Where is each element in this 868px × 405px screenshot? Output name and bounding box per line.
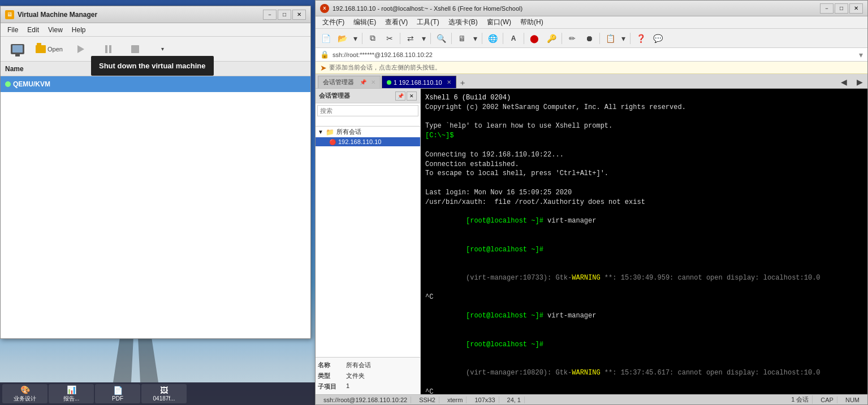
session-tab-close[interactable]: ✕	[371, 79, 375, 85]
xs-open-btn[interactable]: 📂	[334, 31, 350, 46]
term-line-3: Type `help' to learn how to use Xshell p…	[425, 121, 863, 131]
xs-copy-btn[interactable]: ⧉	[365, 31, 381, 46]
play-button[interactable]	[68, 39, 93, 59]
addr-text: ssh://root:******@192.168.110.10:22	[332, 51, 856, 58]
prop-type-row: 类型 文件夹	[318, 371, 418, 381]
open-button[interactable]: Open	[32, 39, 66, 59]
session-manager-tab[interactable]: 会话管理器 📌 ✕	[318, 76, 381, 88]
vmm-menu-help[interactable]: Help	[67, 25, 90, 35]
term-line-0: Xshell 6 (Build 0204)	[425, 93, 863, 103]
vmm-window: 🖥 Virtual Machine Manager － □ ✕ File Edi…	[0, 6, 311, 339]
xs-find-btn[interactable]: 🔍	[433, 31, 449, 46]
term-line-6: Connecting to 192.168.110.10:22...	[425, 150, 863, 160]
xshell-minimize-button[interactable]: －	[820, 3, 834, 14]
terminal-area[interactable]: Xshell 6 (Build 0204) Copyright (c) 2002…	[421, 89, 867, 394]
status-num: NUM	[842, 397, 863, 403]
taskbar-item-2[interactable]: 📄 PDF	[95, 384, 140, 403]
open-button-label: Open	[47, 46, 63, 53]
taskbar-label-2: PDF	[112, 395, 123, 402]
vmm-minimize-button[interactable]: －	[263, 10, 277, 20]
main-terminal-tab[interactable]: 1 192.168.110.10 ✕	[382, 76, 456, 88]
cmd-16: virt-manager	[547, 312, 596, 320]
term-line-18: (virt-manager:10820): Gtk-WARNING **: 15…	[425, 359, 863, 387]
xs-cut-btn[interactable]: ✂	[382, 31, 398, 46]
xs-help-btn[interactable]: ❓	[633, 31, 649, 46]
xs-dropdown4-btn[interactable]: ▾	[619, 31, 628, 46]
tree-folder-label: 所有会话	[336, 128, 361, 136]
status-app: xterm	[444, 397, 467, 403]
xshell-body: 会话管理器 📌 ✕ 1 192.168.110.10 ✕ ＋ ◀ ▶ 会话管理器…	[316, 74, 867, 394]
vmm-menu-view[interactable]: View	[44, 25, 67, 35]
xs-new-btn[interactable]: 📄	[318, 31, 334, 46]
xs-key-btn[interactable]: 🔑	[543, 31, 559, 46]
xshell-menu-file[interactable]: 文件(F)	[318, 17, 349, 28]
session-panel-buttons: 📌 ✕	[395, 92, 417, 101]
xshell-tab-row: 会话管理器 📌 ✕ 1 192.168.110.10 ✕ ＋ ◀ ▶	[316, 74, 867, 89]
term-line-11: /usr/bin/xauth: file /root/.Xauthority d…	[425, 198, 863, 207]
xshell-window-controls: － □ ✕	[820, 3, 863, 14]
terminal-tab-close[interactable]: ✕	[447, 79, 451, 85]
status-size: 107x33	[471, 397, 499, 403]
xs-font-btn[interactable]: A	[506, 31, 521, 46]
session-tab-pin-icon[interactable]: 📌	[360, 79, 366, 85]
xshell-close-button[interactable]: ✕	[849, 3, 863, 14]
xshell-info-bar: ➤ 要添加当前会话，点击左侧的箭头按钮。	[316, 62, 867, 74]
xs-dropdown-btn[interactable]: ▾	[351, 31, 360, 46]
xshell-maximize-button[interactable]: □	[835, 3, 848, 14]
xshell-menu-tools[interactable]: 工具(T)	[412, 17, 443, 28]
session-panel-title: 会话管理器	[319, 92, 350, 100]
vmm-maximize-button[interactable]: □	[278, 10, 291, 20]
addr-expand-icon[interactable]: ▾	[859, 50, 863, 59]
vm-name: QEMU/KVM	[1, 80, 159, 88]
xshell-menu-tabs[interactable]: 选项卡(B)	[444, 17, 482, 28]
taskbar-label-3: 04187f...	[153, 395, 175, 402]
conn-icon: 🔴	[329, 139, 336, 145]
tree-conn-item[interactable]: 🔴 192.168.110.10	[316, 137, 420, 146]
warn-14c: **: 15:30:49.959: cannot open display: l…	[601, 274, 821, 282]
xs-tutorial-btn[interactable]: 💬	[650, 31, 666, 46]
taskbar-item-0[interactable]: 🎨 业务设计	[2, 384, 47, 403]
prop-name-value: 所有会话	[346, 361, 418, 369]
taskbar-icon-3: 🖼	[160, 386, 168, 395]
prompt-17: [root@localhost ~]#	[466, 341, 543, 349]
next-tab-button[interactable]: ▶	[852, 76, 867, 88]
xs-globe-btn[interactable]: 🌐	[485, 31, 500, 46]
xshell-menubar: 文件(F) 编辑(E) 查看(V) 工具(T) 选项卡(B) 窗口(W) 帮助(…	[316, 16, 867, 29]
xshell-address-bar: 🔒 ssh://root:******@192.168.110.10:22 ▾	[316, 48, 867, 62]
xs-log-btn[interactable]: 📋	[602, 31, 618, 46]
xshell-menu-edit[interactable]: 编辑(E)	[349, 17, 381, 28]
vm-row-qemu[interactable]: QEMU/KVM	[1, 76, 310, 92]
vmm-menubar: File Edit View Help	[1, 23, 310, 37]
xs-dropdown2-btn[interactable]: ▾	[419, 31, 428, 46]
vmm-menu-file[interactable]: File	[3, 25, 23, 35]
taskbar-item-1[interactable]: 📊 报告...	[49, 384, 94, 403]
taskbar-item-3[interactable]: 🖼 04187f...	[141, 384, 187, 403]
xs-stop-btn[interactable]: ⬤	[526, 31, 542, 46]
xs-dropdown3-btn[interactable]: ▾	[470, 31, 480, 46]
sp-close-btn[interactable]: ✕	[407, 92, 417, 101]
session-panel: 会话管理器 📌 ✕ 🔍 ▼ 📁 所有会话	[316, 89, 421, 394]
prev-tab-button[interactable]: ◀	[836, 76, 852, 88]
sp-pin-btn[interactable]: 📌	[395, 92, 405, 101]
term-line-4: [C:\~]$	[425, 131, 863, 141]
xshell-menu-view[interactable]: 查看(V)	[381, 17, 412, 28]
xshell-menu-help[interactable]: 帮助(H)	[516, 17, 548, 28]
vmm-menu-edit[interactable]: Edit	[23, 25, 44, 35]
xs-record-btn[interactable]: ⏺	[581, 31, 597, 46]
info-arrow-icon: ➤	[320, 63, 327, 72]
xshell-menu-window[interactable]: 窗口(W)	[482, 17, 516, 28]
taskbar: 🎨 业务设计 📊 报告... 📄 PDF 🖼 04187f...	[0, 382, 315, 405]
xs-sftp-btn[interactable]: ⇄	[403, 31, 418, 46]
prompt-12: [root@localhost ~]#	[466, 217, 547, 225]
new-vm-button[interactable]	[5, 39, 30, 59]
xshell-statusbar: ssh://root@192.168.110.10:22 SSH2 xterm …	[316, 394, 867, 404]
xs-session-btn[interactable]: 🖥	[454, 31, 470, 46]
session-search-input[interactable]	[317, 105, 418, 116]
prop-name-label: 名称	[318, 361, 346, 369]
vmm-close-button[interactable]: ✕	[292, 10, 306, 20]
term-line-16: [root@localhost ~]# virt-manager	[425, 302, 863, 330]
tab-status-dot	[387, 80, 391, 85]
tree-root-folder[interactable]: ▼ 📁 所有会话	[316, 127, 420, 137]
xs-compose-btn[interactable]: ✏	[564, 31, 580, 46]
add-tab-button[interactable]: ＋	[456, 78, 469, 88]
